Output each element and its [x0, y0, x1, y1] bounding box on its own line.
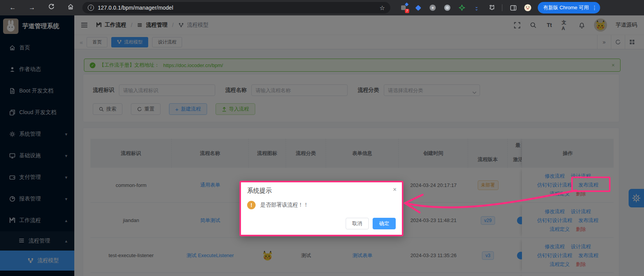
- chrome-update-button[interactable]: 有新版 Chrome 可用 ⋮: [538, 2, 600, 13]
- forward-icon[interactable]: →: [28, 4, 36, 12]
- screen: ← → i 127.0.0.1/bpm/manager/model ☆ 7 ✳: [0, 0, 644, 276]
- site-info-icon[interactable]: i: [88, 5, 94, 11]
- dialog-title: 系统提示: [247, 187, 272, 195]
- url-text[interactable]: 127.0.0.1/bpm/manager/model: [98, 5, 173, 11]
- browser-menu-icon[interactable]: ⋮: [592, 5, 597, 11]
- bookmark-star-icon[interactable]: ☆: [380, 4, 385, 12]
- profile-avatar-icon[interactable]: [524, 4, 532, 12]
- reload-icon[interactable]: [47, 3, 55, 12]
- extension-circle-icon[interactable]: [443, 4, 451, 12]
- extension-star-icon[interactable]: [458, 4, 466, 12]
- extension-kite-icon[interactable]: [414, 4, 422, 12]
- extension-snow-icon[interactable]: ✳: [429, 4, 437, 12]
- confirm-button[interactable]: 确定: [373, 218, 396, 229]
- confirm-dialog: 系统提示 × ! 是否部署该流程！！ 取消 确定: [239, 181, 403, 236]
- chrome-update-label: 有新版 Chrome 可用: [543, 4, 589, 11]
- dialog-message: 是否部署该流程！！: [260, 202, 309, 209]
- modal-backdrop: [0, 15, 644, 276]
- cancel-button[interactable]: 取消: [346, 218, 369, 229]
- back-icon[interactable]: ←: [8, 4, 17, 12]
- home-icon[interactable]: [66, 3, 75, 12]
- extension-chevrons-icon[interactable]: ⌄⌄: [473, 4, 480, 12]
- extension-badge: 7: [405, 9, 409, 13]
- browser-toolbar: ← → i 127.0.0.1/bpm/manager/model ☆ 7 ✳: [0, 0, 644, 15]
- extensions-puzzle-icon[interactable]: [487, 4, 495, 12]
- warning-icon: !: [247, 201, 256, 209]
- close-icon[interactable]: ×: [393, 186, 396, 193]
- extension-grid-icon[interactable]: 7: [400, 4, 407, 12]
- side-panel-icon[interactable]: [509, 4, 517, 12]
- address-bar[interactable]: i 127.0.0.1/bpm/manager/model ☆: [82, 2, 390, 13]
